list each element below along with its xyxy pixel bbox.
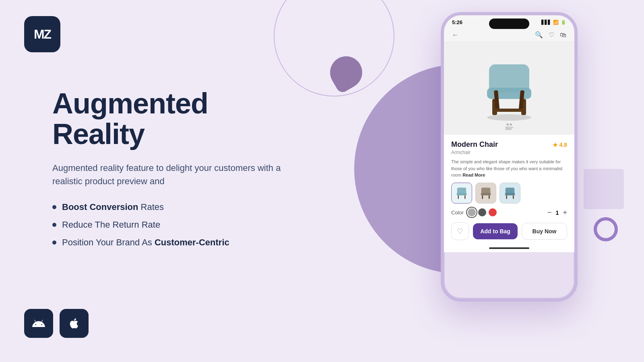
left-content-area: Augmented Reality Augmented reality feat… <box>52 88 302 255</box>
android-icon <box>32 317 45 330</box>
svg-rect-13 <box>481 193 491 195</box>
phone-mockup-wrapper: 5:26 ▋▋▋ 📶 🔋 ← 🔍 ♡ 🛍 <box>441 12 578 302</box>
svg-point-7 <box>487 114 531 121</box>
thumb-chair-icon-3 <box>503 186 517 200</box>
platform-icons-container <box>24 309 89 338</box>
svg-rect-18 <box>506 195 507 199</box>
feature-item-3: Position Your Brand As Customer-Centric <box>52 237 302 248</box>
star-icon: ★ <box>553 142 558 148</box>
battery-icon: 🔋 <box>561 20 566 25</box>
nav-action-icons: 🔍 ♡ 🛍 <box>535 31 566 39</box>
product-description: The simple and elegant shape makes it ve… <box>451 158 567 179</box>
ar-360-indicator[interactable]: 360° <box>505 123 514 131</box>
dynamic-island <box>489 19 529 29</box>
wishlist-nav-icon[interactable]: ♡ <box>549 31 554 39</box>
product-title-row: Modern Chair ★ 4.8 <box>451 140 567 149</box>
back-icon[interactable]: ← <box>452 31 458 39</box>
color-qty-row: Color − 1 + <box>451 208 567 217</box>
phone-nav-bar: ← 🔍 ♡ 🛍 <box>444 28 574 42</box>
color-swatch-gray[interactable] <box>468 208 476 216</box>
phone-frame: 5:26 ▋▋▋ 📶 🔋 ← 🔍 ♡ 🛍 <box>441 12 578 302</box>
page-title: Augmented Reality <box>52 88 302 149</box>
feature-text-3: Position Your Brand As Customer-Centric <box>62 237 229 248</box>
color-swatches <box>468 208 497 216</box>
quantity-value: 1 <box>555 209 559 216</box>
bg-square-decoration <box>584 169 624 209</box>
search-icon[interactable]: 🔍 <box>535 31 543 39</box>
app-logo: MZ <box>24 16 60 52</box>
color-section: Color <box>451 208 497 216</box>
thumbnail-3[interactable] <box>500 183 520 204</box>
svg-rect-10 <box>458 195 459 199</box>
feature-text-2: Reduce The Return Rate <box>62 220 160 230</box>
signal-icon: ▋▋▋ <box>541 20 551 25</box>
action-buttons-row: ♡ Add to Bag Buy Now <box>451 222 567 240</box>
page-subtitle: Augmented reality feature to delight you… <box>52 161 302 188</box>
svg-rect-19 <box>513 195 514 199</box>
wifi-icon: 📶 <box>553 20 559 25</box>
product-rating: ★ 4.8 <box>553 142 567 148</box>
feature-item-2: Reduce The Return Rate <box>52 220 302 230</box>
feature-item-1: Boost Conversion Rates <box>52 202 302 212</box>
svg-rect-15 <box>489 195 489 199</box>
ar-label: 360° <box>505 126 514 131</box>
rating-value: 4.8 <box>559 142 567 148</box>
svg-rect-1 <box>487 88 531 99</box>
phone-status-bar: 5:26 ▋▋▋ 📶 🔋 <box>444 15 574 28</box>
color-swatch-dark[interactable] <box>478 208 486 216</box>
ar-dot-2 <box>510 123 512 125</box>
feature-bold-3: Customer-Centric <box>155 237 229 247</box>
bullet-dot-2 <box>52 223 56 227</box>
color-label: Color <box>451 210 464 216</box>
buy-now-button[interactable]: Buy Now <box>522 223 567 240</box>
feature-text-1: Boost Conversion Rates <box>62 202 164 212</box>
product-name: Modern Chair <box>451 140 498 149</box>
ar-dot-1 <box>507 123 509 125</box>
quantity-section: − 1 + <box>547 208 567 217</box>
phone-time: 5:26 <box>452 19 462 25</box>
svg-rect-17 <box>505 193 515 195</box>
color-swatch-red[interactable] <box>489 208 497 216</box>
add-to-bag-button[interactable]: Add to Bag <box>473 223 518 239</box>
svg-rect-9 <box>457 193 467 195</box>
wishlist-button[interactable]: ♡ <box>451 222 469 240</box>
quantity-increase-button[interactable]: + <box>563 208 567 217</box>
thumb-chair-icon-1 <box>454 186 469 200</box>
feature-bold-1: Boost Conversion <box>62 202 138 212</box>
bg-ring-decoration <box>594 217 618 241</box>
android-icon-button[interactable] <box>24 309 53 338</box>
chair-illustration <box>477 56 541 121</box>
read-more-link[interactable]: Read More <box>462 173 485 177</box>
thumb-chair-icon-2 <box>479 186 493 200</box>
quantity-decrease-button[interactable]: − <box>547 208 552 217</box>
phone-status-icons: ▋▋▋ 📶 🔋 <box>541 20 566 25</box>
ar-dots <box>507 123 512 125</box>
product-thumbnails <box>451 183 567 204</box>
bullet-dot-3 <box>52 241 56 245</box>
bullet-dot-1 <box>52 205 56 209</box>
product-image-area: 360° <box>444 42 574 135</box>
product-category: Armchair <box>451 150 567 155</box>
logo-text: MZ <box>34 28 51 41</box>
svg-rect-6 <box>495 109 523 112</box>
svg-rect-11 <box>464 195 465 199</box>
phone-bottom-bar <box>444 244 574 252</box>
apple-icon <box>68 317 80 329</box>
thumbnail-2[interactable] <box>475 183 496 204</box>
cart-icon[interactable]: 🛍 <box>560 31 566 39</box>
svg-rect-14 <box>482 195 483 199</box>
home-indicator <box>489 247 529 249</box>
product-info-section: Modern Chair ★ 4.8 Armchair The simple a… <box>444 135 574 244</box>
thumbnail-1[interactable] <box>451 183 472 204</box>
ios-icon-button[interactable] <box>60 309 89 338</box>
feature-list: Boost Conversion Rates Reduce The Return… <box>52 202 302 248</box>
